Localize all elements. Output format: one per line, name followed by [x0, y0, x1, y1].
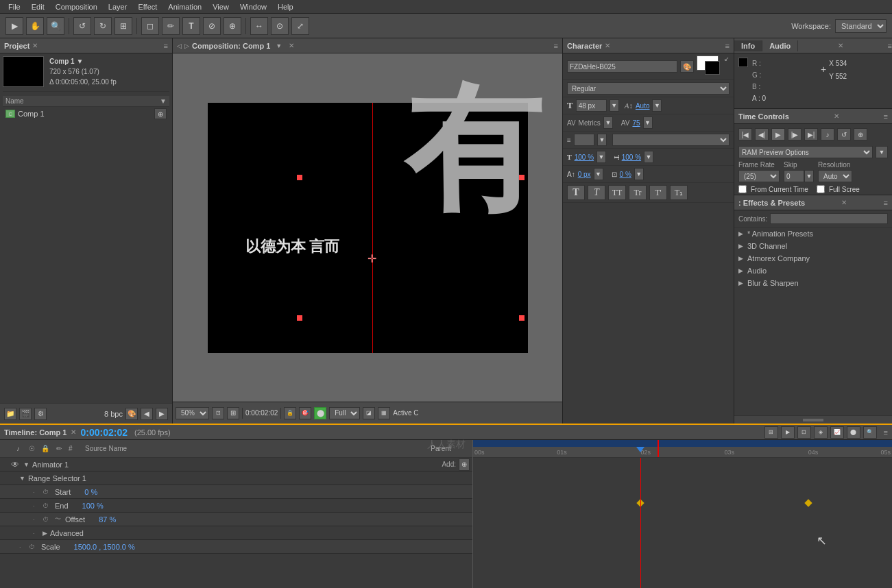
tl-render-btn[interactable]: ▶ — [781, 426, 795, 439]
tool-pen[interactable]: ✏ — [162, 17, 180, 35]
effects-item-3d-channel[interactable]: ▶ 3D Channel — [734, 240, 892, 252]
indent-px-input[interactable] — [574, 134, 594, 146]
checkerboard-btn[interactable]: ▦ — [378, 407, 390, 419]
effects-search-input[interactable] — [770, 213, 888, 224]
tool-grid[interactable]: ⊞ — [114, 17, 132, 35]
tool-rect[interactable]: ◻ — [141, 17, 159, 35]
style-allcaps[interactable]: TT — [608, 185, 626, 200]
baseline-arrow[interactable]: ▼ — [594, 168, 603, 180]
quality-dropdown[interactable]: Full — [329, 407, 360, 419]
menu-edit[interactable]: Edit — [26, 1, 50, 12]
tc-step-fwd[interactable]: |▶ — [788, 128, 801, 140]
end-value[interactable]: 100 % — [82, 502, 104, 510]
tool-zoom[interactable]: 🔍 — [47, 17, 64, 35]
menu-view[interactable]: View — [207, 1, 234, 12]
tsume-arrow[interactable]: ▼ — [634, 168, 644, 180]
tc-to-start[interactable]: |◀ — [738, 128, 752, 140]
font-size-input[interactable] — [576, 99, 607, 112]
tc-framerate-input[interactable]: (25) — [738, 170, 780, 182]
animator1-add-btn[interactable]: ⊕ — [459, 458, 470, 471]
tc-play[interactable]: ▶ — [771, 128, 785, 140]
effects-close[interactable]: ✕ — [841, 199, 847, 206]
metrics-arrow[interactable]: ▼ — [603, 117, 613, 129]
workspace-select[interactable]: Standard — [835, 19, 887, 33]
tracking-value[interactable]: 75 — [632, 119, 640, 127]
effects-item-anim-presets[interactable]: ▶ * Animation Presets — [734, 228, 892, 240]
comp-panel-arrow[interactable]: ◁ — [177, 42, 182, 49]
new-folder-btn[interactable]: 📁 — [4, 408, 16, 420]
rangeselector-expand[interactable]: ▼ — [19, 475, 25, 482]
zoom-dropdown[interactable]: 50% — [176, 407, 209, 419]
offset-value[interactable]: 87 % — [99, 515, 116, 524]
baseline-value[interactable]: 0 px — [578, 171, 591, 178]
char-panel-menu[interactable]: ≡ — [725, 42, 730, 50]
tool-puppet[interactable]: ⊕ — [224, 17, 241, 35]
tc-close[interactable]: ✕ — [834, 112, 839, 120]
animator1-vis[interactable]: 👁 — [11, 460, 21, 469]
tl-motion-btn[interactable]: ⬤ — [847, 426, 860, 439]
effects-menu[interactable]: ≡ — [884, 199, 888, 207]
preview-circle[interactable]: ⬤ — [314, 407, 326, 419]
scale-value[interactable]: 1500.0 , 1500.0 % — [74, 543, 135, 551]
prev-btn[interactable]: ◀ — [141, 408, 153, 420]
project-item-comp1[interactable]: C Comp 1 ⊕ — [3, 107, 169, 121]
color-mgmt-btn[interactable]: 🎨 — [125, 408, 138, 420]
comp-flow-btn[interactable]: ⊕ — [154, 108, 167, 119]
scale-stopwatch[interactable]: ⏱ — [29, 543, 38, 550]
scale-v-arrow[interactable]: ▼ — [644, 151, 653, 163]
char-panel-close[interactable]: ✕ — [605, 42, 610, 49]
font-style-select[interactable]: Regular — [567, 82, 730, 95]
style-italic[interactable]: T — [588, 185, 605, 200]
tool-rotate-fwd[interactable]: ↻ — [94, 17, 112, 35]
scale-h-value[interactable]: 100 % — [575, 154, 594, 161]
tl-trim-btn[interactable]: ⊡ — [797, 426, 811, 439]
effects-resize-handle[interactable] — [734, 415, 892, 424]
new-comp-btn[interactable]: 🎬 — [19, 408, 32, 420]
project-close[interactable]: ✕ — [32, 42, 38, 49]
font-name-input[interactable] — [567, 60, 677, 73]
keyframe-offset-end[interactable] — [804, 499, 812, 506]
comp-viewport[interactable]: 有 以德为本 言而 ✛ — [173, 53, 562, 402]
tc-to-end[interactable]: ▶| — [804, 128, 818, 140]
indent-arrow[interactable]: ▼ — [597, 134, 607, 146]
tool-select[interactable]: ▶ — [5, 17, 23, 35]
mask-btn[interactable]: 🔒 — [284, 407, 296, 419]
tool-clone[interactable]: ⊘ — [203, 17, 221, 35]
project-settings-btn[interactable]: ⚙ — [34, 408, 47, 420]
tl-marker-btn[interactable]: ◈ — [814, 426, 828, 439]
tl-comp-btn[interactable]: ⊞ — [764, 426, 778, 439]
style-smallcaps[interactable]: Tr — [629, 185, 647, 200]
effects-item-atmorex[interactable]: ▶ Atmorex Company — [734, 252, 892, 265]
tc-preview-arrow[interactable]: ▼ — [876, 146, 888, 158]
menu-file[interactable]: File — [3, 1, 26, 12]
grid-btn[interactable]: ⊞ — [227, 407, 239, 419]
tc-skip-input[interactable] — [784, 170, 804, 182]
tc-ram-preview[interactable]: ⊕ — [854, 128, 867, 140]
tc-from-current-check[interactable] — [738, 185, 747, 193]
info-tab[interactable]: Info — [734, 40, 762, 51]
timeline-close[interactable]: ✕ — [71, 428, 76, 436]
tl-graph-btn[interactable]: 📈 — [830, 426, 844, 439]
menu-help[interactable]: Help — [272, 1, 299, 12]
info-panel-menu[interactable]: ≡ — [888, 42, 892, 50]
color-swatch[interactable]: ↙ — [697, 56, 730, 77]
handle-tl[interactable] — [297, 175, 302, 180]
start-stopwatch[interactable]: ⏱ — [43, 489, 52, 495]
playhead-indicator[interactable] — [636, 447, 644, 452]
offset-stopwatch[interactable]: ⏱ — [43, 516, 52, 523]
comp-panel-menu[interactable]: ≡ — [554, 42, 558, 50]
menu-composition[interactable]: Composition — [50, 1, 103, 12]
next-btn[interactable]: ▶ — [156, 408, 168, 420]
tsume-value[interactable]: 0 % — [620, 171, 631, 178]
comp-panel-close[interactable]: ✕ — [289, 42, 294, 49]
advanced-expand[interactable]: ▶ — [43, 530, 47, 537]
name-sort-btn[interactable]: ▼ — [160, 97, 167, 105]
style-super[interactable]: T' — [649, 185, 667, 200]
menu-layer[interactable]: Layer — [103, 1, 133, 12]
menu-window[interactable]: Window — [234, 1, 272, 12]
animator1-expand[interactable]: ▼ — [23, 461, 29, 468]
tc-skip-arrow[interactable]: ▼ — [804, 170, 814, 182]
tool-move3[interactable]: ⤢ — [291, 17, 309, 35]
handle-bl[interactable] — [297, 315, 302, 321]
tc-menu[interactable]: ≡ — [884, 112, 888, 121]
